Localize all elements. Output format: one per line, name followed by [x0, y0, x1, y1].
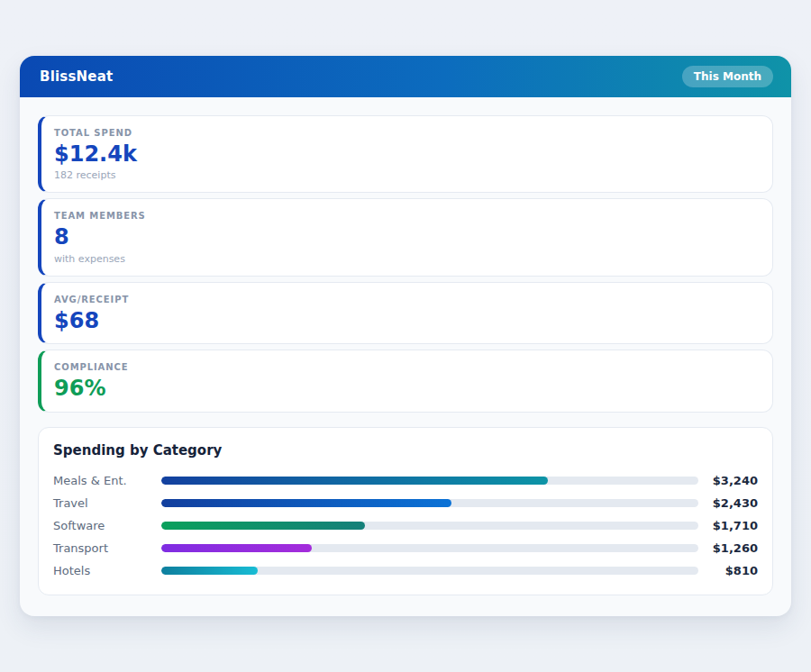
bar-value-label: $1,260	[698, 541, 758, 555]
spending-chart-card: Spending by Category Meals & Ent.$3,240T…	[38, 427, 773, 595]
bar-fill	[161, 477, 548, 485]
stat-label: TEAM MEMBERS	[54, 211, 758, 221]
stat-label: TOTAL SPEND	[54, 128, 758, 138]
chart-row-transport: Transport$1,260	[53, 537, 758, 559]
stat-card-total-spend: TOTAL SPEND$12.4k182 receipts	[38, 115, 773, 193]
chart-title: Spending by Category	[53, 442, 758, 459]
app-header: BlissNeat This Month	[20, 56, 791, 97]
category-label: Travel	[53, 496, 161, 510]
app-title: BlissNeat	[40, 68, 113, 85]
bar-track	[161, 499, 698, 507]
bar-value-label: $1,710	[698, 519, 758, 532]
chart-row-meals-ent-: Meals & Ent.$3,240	[53, 469, 758, 492]
stat-subtext: with expenses	[54, 253, 758, 265]
stat-card-avg-receipt: AVG/RECEIPT$68	[38, 282, 773, 344]
bar-value-label: $3,240	[698, 474, 758, 487]
stat-card-compliance: COMPLIANCE96%	[38, 350, 773, 412]
bar-fill	[161, 544, 312, 552]
stat-value: $12.4k	[54, 142, 758, 166]
stat-value: 8	[54, 225, 758, 249]
chart-rows: Meals & Ent.$3,240Travel$2,430Software$1…	[53, 469, 758, 582]
chart-row-hotels: Hotels$810	[53, 559, 758, 582]
stat-subtext: 182 receipts	[54, 169, 758, 181]
stat-card-team-members: TEAM MEMBERS8with expenses	[38, 198, 773, 276]
stat-label: AVG/RECEIPT	[54, 295, 758, 304]
dashboard-content: TOTAL SPEND$12.4k182 receiptsTEAM MEMBER…	[20, 97, 791, 612]
bar-track	[161, 544, 698, 552]
stat-value: $68	[54, 309, 758, 332]
dashboard-card: BlissNeat This Month TOTAL SPEND$12.4k18…	[20, 56, 791, 616]
bar-fill	[161, 522, 365, 530]
category-label: Transport	[53, 541, 161, 555]
category-label: Hotels	[53, 564, 161, 577]
category-label: Software	[53, 519, 161, 532]
bar-value-label: $2,430	[698, 496, 758, 510]
category-label: Meals & Ent.	[53, 474, 161, 487]
bar-track	[161, 567, 698, 575]
bar-fill	[161, 499, 451, 507]
stat-label: COMPLIANCE	[54, 362, 758, 372]
chart-row-travel: Travel$2,430	[53, 492, 758, 514]
bar-value-label: $810	[698, 564, 758, 577]
bar-fill	[161, 567, 258, 575]
period-badge[interactable]: This Month	[682, 66, 773, 87]
chart-row-software: Software$1,710	[53, 514, 758, 537]
stats-list: TOTAL SPEND$12.4k182 receiptsTEAM MEMBER…	[38, 115, 773, 413]
bar-track	[161, 522, 698, 530]
bar-track	[161, 477, 698, 485]
stat-value: 96%	[54, 377, 758, 400]
